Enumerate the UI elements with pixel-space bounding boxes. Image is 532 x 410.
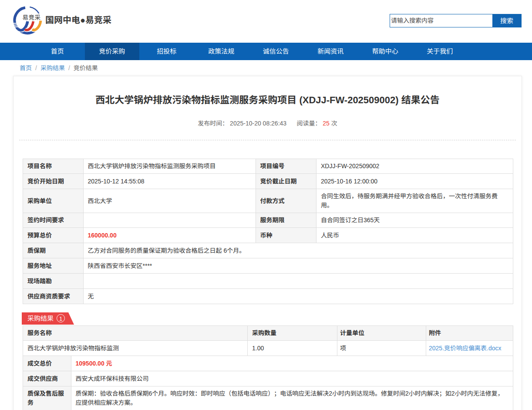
svg-text:易竞采: 易竞采	[23, 14, 41, 21]
